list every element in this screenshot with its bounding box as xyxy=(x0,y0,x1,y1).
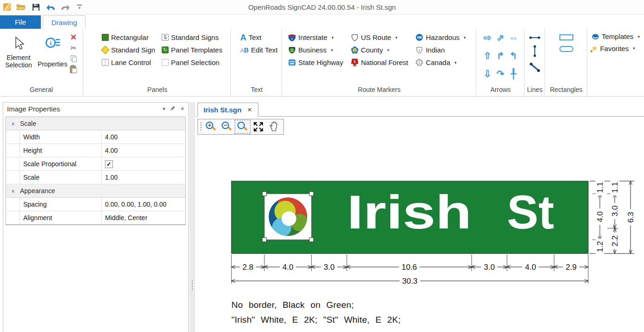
collapse-chevron-icon[interactable]: ∧ xyxy=(6,121,20,127)
tab-file[interactable]: File xyxy=(0,15,41,29)
horizontal-line-button[interactable] xyxy=(529,33,540,42)
group-label-general: General xyxy=(0,86,83,96)
scale-proportional-checkbox[interactable]: ✓ xyxy=(105,160,113,168)
element-selection-button[interactable]: Element Selection xyxy=(0,29,37,86)
svg-text:1.1: 1.1 xyxy=(596,182,605,193)
alignment-value[interactable]: Middle, Center xyxy=(102,211,185,224)
arrow-double-horizontal-button[interactable]: ⇔ xyxy=(507,32,519,50)
svg-text:1: 1 xyxy=(419,48,421,52)
tab-drawing[interactable]: Drawing xyxy=(43,15,85,29)
zoom-in-button[interactable]: + xyxy=(203,120,219,134)
ribbon-group-library: Templates ▾ ★➤ Favorites ▾ xyxy=(588,29,644,96)
group-label-route-markers: Route Markers xyxy=(283,86,476,96)
svg-text:6.3: 6.3 xyxy=(626,212,635,223)
standard-sign-button[interactable]: Standard Sign xyxy=(102,46,155,54)
arrow-curve-right-button[interactable]: ⇗ xyxy=(494,32,506,50)
properties-button[interactable]: i Properties xyxy=(37,29,68,86)
dropdown-arrow-icon[interactable]: ▾ xyxy=(637,34,640,39)
us-route-button[interactable]: US Route ▾ xyxy=(351,33,408,41)
arrow-t-intersection-button[interactable]: ╀ xyxy=(507,68,519,86)
ribbon-group-rectangles: Rectangles xyxy=(545,29,587,96)
rectangular-button[interactable]: Rectangular xyxy=(102,33,155,41)
canada-button[interactable]: 1 Canada ▾ xyxy=(415,59,466,66)
county-button[interactable]: 1 County ▾ xyxy=(351,46,408,54)
paste-button[interactable] xyxy=(69,65,78,74)
panel-splitter[interactable] xyxy=(190,102,195,332)
arrow-turn-right-button[interactable]: ↱ xyxy=(494,50,506,68)
panel-title: Image Properties xyxy=(7,105,60,113)
property-row-spacing[interactable]: Spacing 0.00, 0.00, 1.00, 0.00 xyxy=(6,198,185,211)
rectangle-button[interactable] xyxy=(559,34,573,40)
panel-menu-chevron-icon[interactable]: ▾ xyxy=(163,106,165,112)
zoom-out-button[interactable]: − xyxy=(219,120,235,134)
indian-button[interactable]: 1 Indian xyxy=(415,46,466,54)
arrow-down-button[interactable]: ⇩ xyxy=(481,68,493,86)
application-window: ▾ OpenRoads SignCAD 24.00.00.54 - Irish … xyxy=(0,0,644,332)
vertical-line-button[interactable] xyxy=(532,45,537,59)
section-appearance[interactable]: ∧ Appearance xyxy=(6,184,185,198)
delete-button[interactable]: ✕ xyxy=(69,33,78,42)
zoom-window-button[interactable] xyxy=(235,120,250,134)
panel-close-icon[interactable]: ✕ xyxy=(180,106,184,112)
state-highway-icon: STATE xyxy=(288,59,296,66)
arrow-right-button[interactable]: ⇨ xyxy=(481,32,493,50)
height-value[interactable]: 4.00 xyxy=(102,144,185,157)
svg-text:4.0: 4.0 xyxy=(283,263,294,272)
panel-pin-icon[interactable] xyxy=(170,105,176,112)
yellow-diamond-icon xyxy=(101,46,109,54)
scale-value[interactable]: 1.00 xyxy=(102,171,185,184)
group-label-text: Text xyxy=(232,86,282,96)
cut-button[interactable]: ✂ xyxy=(69,43,78,52)
interstate-button[interactable]: 1 Interstate ▾ xyxy=(288,33,343,41)
property-row-scale-proportional[interactable]: Scale Proportional ✓ xyxy=(6,157,185,171)
pan-button[interactable] xyxy=(266,120,282,134)
arrow-uturn-button[interactable]: ↷ xyxy=(494,68,506,86)
standard-signs-button[interactable]: S Standard Signs xyxy=(162,33,223,41)
document-tab-bar: Irish St.sgn ✕ xyxy=(196,102,644,117)
property-row-width[interactable]: Width 4.00 xyxy=(6,130,185,144)
lane-control-button[interactable]: ⋮ Lane Control xyxy=(102,59,155,66)
text-button[interactable]: A Text xyxy=(240,33,282,41)
splitter-grip[interactable] xyxy=(191,280,193,292)
property-row-height[interactable]: Height 4.00 xyxy=(6,144,185,157)
arrow-up-button[interactable]: ⇧ xyxy=(481,50,493,68)
arrow-turn-left-button[interactable]: ↰ xyxy=(507,50,519,68)
edit-text-button[interactable]: AB Edit Text xyxy=(240,46,282,54)
hazardous-button[interactable]: HM Hazardous ▾ xyxy=(415,33,466,41)
collapse-chevron-icon[interactable]: ∧ xyxy=(6,188,20,194)
panel-templates-button[interactable]: ↻ Panel Templates xyxy=(162,46,223,54)
dropdown-arrow-icon[interactable]: ▾ xyxy=(387,48,389,52)
dropdown-arrow-icon[interactable]: ▾ xyxy=(454,60,457,65)
dropdown-arrow-icon[interactable]: ▾ xyxy=(633,46,635,51)
svg-text:1: 1 xyxy=(291,48,293,52)
property-row-scale[interactable]: Scale 1.00 xyxy=(6,171,185,184)
group-label-library xyxy=(588,86,644,96)
document-tab-label: Irish St.sgn xyxy=(204,106,242,114)
document-tab[interactable]: Irish St.sgn ✕ xyxy=(197,103,258,117)
selection-handle xyxy=(309,192,314,196)
state-highway-button[interactable]: STATE State Highway xyxy=(288,59,343,66)
dropdown-arrow-icon[interactable]: ▾ xyxy=(331,48,333,52)
dropdown-arrow-icon[interactable]: ▾ xyxy=(464,35,466,40)
panel-selection-button[interactable]: Panel Selection xyxy=(162,59,223,66)
dropdown-arrow-icon[interactable]: ▾ xyxy=(395,35,398,40)
toolbar-grip[interactable] xyxy=(200,122,202,132)
copy-button[interactable] xyxy=(69,54,78,63)
svg-text:i: i xyxy=(50,39,52,46)
hazardous-hm-icon: HM xyxy=(415,33,423,41)
width-value[interactable]: 4.00 xyxy=(102,130,185,143)
rounded-rectangle-button[interactable] xyxy=(559,46,573,52)
diagonal-line-button[interactable] xyxy=(529,62,540,74)
property-row-alignment[interactable]: Alignment Middle, Center xyxy=(6,211,185,225)
dropdown-arrow-icon[interactable]: ▾ xyxy=(332,35,334,40)
section-scale[interactable]: ∧ Scale xyxy=(6,117,185,130)
drawing-canvas[interactable]: IrishSt2.84.03.010.63.04.02.930.31.14.01… xyxy=(196,117,644,332)
business-button[interactable]: 1 Business ▾ xyxy=(288,46,343,54)
tab-close-icon[interactable]: ✕ xyxy=(247,106,252,113)
fit-view-button[interactable] xyxy=(250,120,266,134)
svg-text:1: 1 xyxy=(419,61,421,64)
national-forest-button[interactable]: 1 National Forest xyxy=(351,59,408,66)
favorites-button[interactable]: ★➤ Favorites ▾ xyxy=(591,44,644,52)
spacing-value[interactable]: 0.00, 0.00, 1.00, 0.00 xyxy=(102,198,185,211)
templates-button[interactable]: Templates ▾ xyxy=(591,33,644,40)
